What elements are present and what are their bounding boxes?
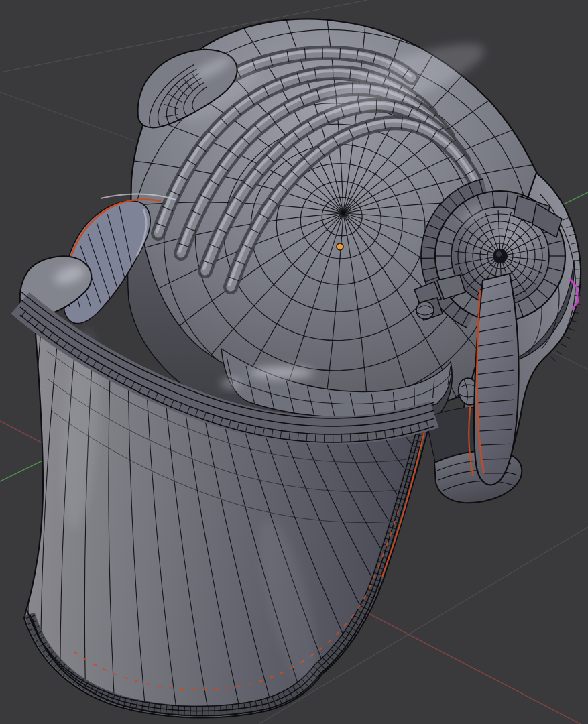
- ear-hub-core: [496, 251, 502, 257]
- knob: [416, 302, 434, 319]
- shelf-highlight: [221, 379, 242, 388]
- 3d-viewport[interactable]: [0, 0, 588, 724]
- viewport-canvas[interactable]: [0, 0, 588, 724]
- shelf-highlight: [249, 367, 314, 379]
- origin-marker[interactable]: [337, 243, 343, 250]
- chin-strap: [474, 274, 518, 485]
